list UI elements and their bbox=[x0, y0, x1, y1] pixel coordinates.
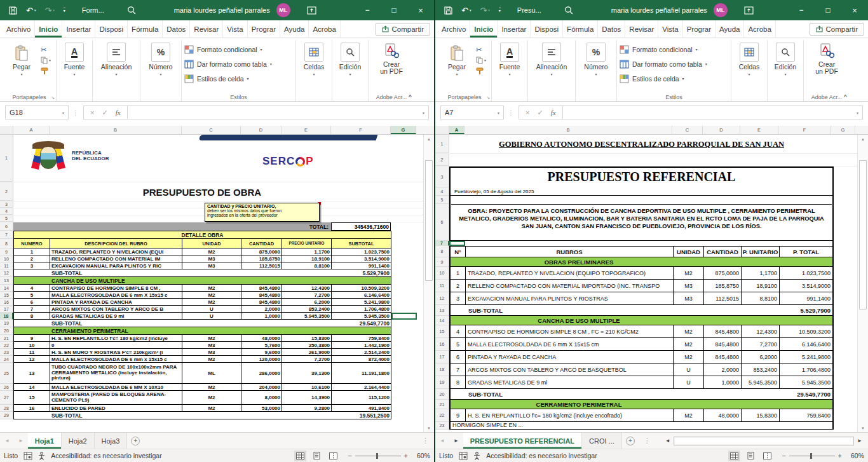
cell[interactable]: EXCAVACION MANUAL PARA PLINTOS Y RIOSTRA… bbox=[466, 292, 674, 304]
confirm-entry-icon[interactable]: ✓ bbox=[102, 109, 107, 117]
cell[interactable]: 112,5015 bbox=[241, 262, 282, 269]
row-header[interactable]: 22 bbox=[0, 342, 13, 349]
cell[interactable]: M2 bbox=[182, 292, 241, 298]
prev-sheet-icon[interactable]: ◄ bbox=[0, 433, 14, 449]
cell[interactable]: 13 bbox=[14, 363, 50, 383]
cell[interactable]: H. S. EN REPLANTILLO f'c= 180 kg/cm2 (in… bbox=[50, 335, 182, 341]
share-button[interactable]: Compartir bbox=[810, 23, 864, 36]
cell[interactable]: 10.509,3200 bbox=[780, 325, 832, 337]
cell[interactable]: GRADAS METALICAS DE 9 ml bbox=[50, 313, 182, 319]
ribbon-tab-fórmula[interactable]: Fórmula bbox=[563, 20, 598, 37]
row-header[interactable]: 8 bbox=[435, 246, 449, 257]
row-header[interactable]: 29 bbox=[0, 412, 13, 419]
cell[interactable]: 0 bbox=[50, 342, 182, 348]
row-header[interactable]: 23 bbox=[435, 422, 449, 430]
cell[interactable]: M2 bbox=[674, 351, 704, 363]
cell[interactable]: 5.241,9800 bbox=[780, 351, 832, 363]
row-header[interactable]: 19 bbox=[0, 320, 13, 327]
cell[interactable]: CONTRAPISO DE HORMIGON SIMPLE 8 CM , bbox=[50, 285, 182, 291]
collapse-ribbon-icon[interactable]: ^ bbox=[409, 93, 412, 100]
macro-record-icon[interactable] bbox=[459, 452, 468, 460]
cell[interactable]: 1,0000 bbox=[704, 376, 742, 388]
cell[interactable]: 185,8750 bbox=[241, 255, 282, 262]
page-layout-view-icon[interactable] bbox=[745, 451, 757, 461]
cell[interactable]: SUB-TOTAL bbox=[14, 269, 182, 276]
cell[interactable]: 3.514,9000 bbox=[332, 255, 391, 262]
cell[interactable]: 8,8100 bbox=[742, 292, 780, 304]
cell[interactable]: 18,9100 bbox=[282, 255, 332, 262]
column-header-E[interactable]: E bbox=[740, 126, 778, 134]
ribbon-display-options-icon[interactable] bbox=[744, 6, 754, 15]
cell[interactable]: 10 bbox=[14, 342, 50, 348]
tab-overflow-dots[interactable]: ⋮ bbox=[417, 433, 434, 449]
zoom-in-button[interactable]: + bbox=[404, 452, 408, 459]
name-box[interactable]: G18▾ bbox=[5, 105, 69, 119]
cell[interactable]: M3 bbox=[182, 255, 241, 262]
cell[interactable]: 5.945,3500 bbox=[282, 313, 332, 319]
cell[interactable]: ARCOS MIXTOS CON TABLERO Y ARCO DE B bbox=[50, 306, 182, 312]
normal-view-icon[interactable] bbox=[294, 451, 306, 461]
scroll-up-icon[interactable]: ▲ bbox=[858, 135, 868, 143]
format-painter-button[interactable] bbox=[476, 67, 484, 75]
cell[interactable]: 845,4800 bbox=[704, 351, 742, 363]
cell[interactable]: 2.164,4400 bbox=[332, 384, 391, 390]
search-icon[interactable] bbox=[127, 6, 136, 15]
format-painter-button[interactable] bbox=[41, 67, 48, 75]
zoom-slider[interactable] bbox=[789, 456, 835, 456]
cell[interactable]: 991,1400 bbox=[332, 262, 391, 269]
user-name[interactable]: maria lourdes peñafiel parrales bbox=[174, 6, 270, 14]
cell[interactable]: 853,2400 bbox=[282, 306, 332, 312]
cell[interactable]: 5.241,9800 bbox=[332, 299, 391, 305]
cell[interactable]: 3 bbox=[14, 262, 50, 269]
cell[interactable]: PINTADA Y RAYADA DE CANCHA bbox=[50, 299, 182, 305]
confirm-entry-icon[interactable]: ✓ bbox=[537, 109, 543, 117]
cell[interactable]: 12 bbox=[14, 356, 50, 362]
new-sheet-button[interactable]: + bbox=[622, 433, 639, 449]
row-header[interactable]: 27 bbox=[0, 391, 13, 405]
column-header-G[interactable]: G bbox=[391, 126, 416, 134]
cell[interactable]: GRADAS METALICAS DE 9 ml bbox=[466, 376, 674, 388]
cell[interactable]: 853,2400 bbox=[742, 363, 780, 376]
cell[interactable]: DESCRIPCION DEL RUBRO bbox=[50, 239, 182, 248]
cell[interactable]: CERRAMIENTO PERIMETRAL bbox=[451, 400, 832, 409]
column-header-B[interactable]: B bbox=[50, 126, 182, 134]
copy-button[interactable]: ▾ bbox=[41, 57, 51, 64]
cell[interactable]: CANCHA DE USO MULTIPLE bbox=[14, 277, 391, 284]
scrollbar-thumb[interactable] bbox=[859, 160, 867, 309]
cell[interactable]: 7,2700 bbox=[282, 356, 332, 362]
cell[interactable]: RELLENO COMPACTADO CON MATERIAL IMPORTAD… bbox=[466, 280, 674, 292]
cell[interactable]: 2,0000 bbox=[241, 306, 282, 312]
search-icon[interactable] bbox=[564, 6, 573, 15]
cell-styles-button[interactable]: Estilos de celda▾ bbox=[620, 71, 728, 86]
row-header[interactable]: 26 bbox=[0, 384, 13, 391]
horizontal-scrollbar[interactable]: ◄ ► bbox=[662, 435, 865, 446]
row-header[interactable]: 20 bbox=[0, 327, 13, 335]
ribbon-tab-prograr[interactable]: Prograr bbox=[683, 20, 715, 37]
cell[interactable]: 3 bbox=[451, 292, 466, 304]
ribbon-tab-fórmula[interactable]: Fórmula bbox=[128, 20, 163, 37]
cell[interactable]: 1.023,7500 bbox=[780, 267, 832, 279]
cell[interactable]: 16 bbox=[14, 405, 50, 411]
ribbon-tab-acroba[interactable]: Acroba bbox=[309, 20, 340, 37]
ribbon-tab-archivo[interactable]: Archivo bbox=[438, 20, 470, 37]
font-button[interactable]: A Fuente ▾ bbox=[59, 41, 90, 91]
row-header[interactable]: 21 bbox=[0, 335, 13, 342]
editing-button[interactable]: Edición ▾ bbox=[335, 41, 365, 91]
next-sheet-icon[interactable]: ► bbox=[14, 433, 28, 449]
close-button[interactable]: × bbox=[841, 0, 868, 20]
scroll-down-icon[interactable]: ▼ bbox=[858, 424, 868, 432]
cell[interactable]: 7,2700 bbox=[282, 292, 332, 298]
cell[interactable]: M2 bbox=[674, 267, 704, 279]
format-as-table-button[interactable]: Dar formato como tabla▾ bbox=[620, 57, 728, 71]
cell[interactable]: 14,3900 bbox=[282, 391, 332, 404]
cell[interactable]: 5.529,7900 bbox=[780, 305, 832, 315]
cell[interactable]: M2 bbox=[182, 285, 241, 291]
column-header-D[interactable]: D bbox=[703, 126, 740, 134]
ribbon-tab-ayuda[interactable]: Ayuda bbox=[715, 20, 744, 37]
row-header[interactable]: 25 bbox=[0, 363, 13, 384]
cell[interactable]: M2 bbox=[182, 335, 241, 341]
cell[interactable]: 491,8400 bbox=[332, 405, 391, 411]
cell[interactable]: H. S. EN REPLANTILLO f'c= 180 kg/cm2 (in… bbox=[466, 409, 674, 421]
cell[interactable]: 875,0000 bbox=[241, 248, 282, 255]
cell[interactable]: RELLENO COMPACTADO CON MATERIAL IM bbox=[50, 255, 182, 262]
